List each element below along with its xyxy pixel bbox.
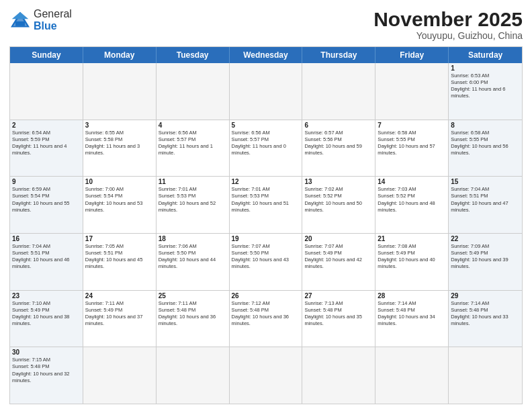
day-number: 29 xyxy=(451,292,520,300)
cell-info: Sunrise: 6:57 AMSunset: 5:56 PMDaylight:… xyxy=(304,130,373,157)
day-number: 19 xyxy=(232,235,300,242)
calendar-cell: 14Sunrise: 7:03 AMSunset: 5:52 PMDayligh… xyxy=(375,177,449,233)
calendar-cell: 21Sunrise: 7:08 AMSunset: 5:49 PMDayligh… xyxy=(375,234,449,290)
calendar-cell: 12Sunrise: 7:01 AMSunset: 5:53 PMDayligh… xyxy=(230,177,303,233)
cell-info: Sunrise: 6:54 AMSunset: 5:59 PMDaylight:… xyxy=(12,130,81,157)
cell-info: Sunrise: 7:15 AMSunset: 5:48 PMDaylight:… xyxy=(12,357,81,384)
calendar-cell: 16Sunrise: 7:04 AMSunset: 5:51 PMDayligh… xyxy=(10,234,83,290)
cell-info: Sunrise: 7:07 AMSunset: 5:49 PMDaylight:… xyxy=(304,243,373,271)
calendar: SundayMondayTuesdayWednesdayThursdayFrid… xyxy=(9,46,523,404)
day-number: 9 xyxy=(12,178,81,185)
calendar-cell: 28Sunrise: 7:14 AMSunset: 5:48 PMDayligh… xyxy=(375,291,449,347)
calendar-cell xyxy=(157,347,230,404)
logo: General Blue xyxy=(9,8,72,32)
cell-info: Sunrise: 7:13 AMSunset: 5:48 PMDaylight:… xyxy=(304,300,373,328)
day-number: 2 xyxy=(12,122,81,129)
calendar-row: 9Sunrise: 6:59 AMSunset: 5:54 PMDaylight… xyxy=(10,176,522,233)
cell-info: Sunrise: 7:07 AMSunset: 5:50 PMDaylight:… xyxy=(232,243,300,271)
cell-info: Sunrise: 7:12 AMSunset: 5:48 PMDaylight:… xyxy=(232,300,300,328)
day-number: 11 xyxy=(159,178,227,185)
day-number: 24 xyxy=(85,292,154,300)
calendar-row: 1Sunrise: 6:53 AMSunset: 6:00 PMDaylight… xyxy=(10,63,522,120)
calendar-cell: 5Sunrise: 6:56 AMSunset: 5:57 PMDaylight… xyxy=(230,120,303,177)
day-number: 30 xyxy=(12,349,81,356)
cell-info: Sunrise: 7:11 AMSunset: 5:49 PMDaylight:… xyxy=(85,300,154,328)
calendar-cell: 11Sunrise: 7:01 AMSunset: 5:53 PMDayligh… xyxy=(157,177,230,233)
day-number: 4 xyxy=(159,122,227,129)
calendar-header: SundayMondayTuesdayWednesdayThursdayFrid… xyxy=(10,47,522,63)
cell-info: Sunrise: 7:14 AMSunset: 5:48 PMDaylight:… xyxy=(378,300,446,328)
calendar-cell: 20Sunrise: 7:07 AMSunset: 5:49 PMDayligh… xyxy=(302,234,375,290)
cell-info: Sunrise: 6:56 AMSunset: 5:57 PMDaylight:… xyxy=(159,130,227,157)
calendar-body: 1Sunrise: 6:53 AMSunset: 6:00 PMDaylight… xyxy=(10,63,522,404)
day-number: 23 xyxy=(12,292,81,300)
svg-rect-2 xyxy=(15,21,25,26)
calendar-row: 30Sunrise: 7:15 AMSunset: 5:48 PMDayligh… xyxy=(10,347,522,404)
day-number: 14 xyxy=(378,178,446,185)
calendar-cell: 4Sunrise: 6:56 AMSunset: 5:57 PMDaylight… xyxy=(157,120,230,177)
day-number: 25 xyxy=(159,292,227,300)
day-number: 12 xyxy=(232,178,300,185)
day-number: 28 xyxy=(378,292,446,300)
month-title: November 2025 xyxy=(373,8,523,30)
calendar-cell: 29Sunrise: 7:14 AMSunset: 5:48 PMDayligh… xyxy=(449,291,522,347)
cal-header-day: Thursday xyxy=(302,47,375,63)
calendar-cell xyxy=(230,63,303,120)
calendar-cell: 24Sunrise: 7:11 AMSunset: 5:49 PMDayligh… xyxy=(83,291,157,347)
calendar-cell xyxy=(449,347,522,404)
day-number: 8 xyxy=(451,122,520,129)
cell-info: Sunrise: 7:03 AMSunset: 5:52 PMDaylight:… xyxy=(378,186,446,214)
calendar-cell: 23Sunrise: 7:10 AMSunset: 5:49 PMDayligh… xyxy=(10,291,83,347)
cell-info: Sunrise: 7:14 AMSunset: 5:48 PMDaylight:… xyxy=(451,300,520,328)
day-number: 16 xyxy=(12,235,81,242)
day-number: 6 xyxy=(304,122,373,129)
calendar-cell xyxy=(302,63,375,120)
cell-info: Sunrise: 7:04 AMSunset: 5:51 PMDaylight:… xyxy=(12,243,81,271)
cell-info: Sunrise: 7:02 AMSunset: 5:52 PMDaylight:… xyxy=(304,186,373,214)
calendar-cell xyxy=(375,63,449,120)
logo-icon xyxy=(9,11,31,30)
day-number: 10 xyxy=(85,178,154,185)
calendar-cell: 17Sunrise: 7:05 AMSunset: 5:51 PMDayligh… xyxy=(83,234,157,290)
day-number: 22 xyxy=(451,235,520,242)
day-number: 21 xyxy=(378,235,446,242)
calendar-cell: 13Sunrise: 7:02 AMSunset: 5:52 PMDayligh… xyxy=(302,177,375,233)
day-number: 5 xyxy=(232,122,300,129)
calendar-cell xyxy=(83,63,157,120)
calendar-row: 2Sunrise: 6:54 AMSunset: 5:59 PMDaylight… xyxy=(10,120,522,177)
calendar-cell: 9Sunrise: 6:59 AMSunset: 5:54 PMDaylight… xyxy=(10,177,83,233)
cal-header-day: Tuesday xyxy=(157,47,230,63)
calendar-cell: 19Sunrise: 7:07 AMSunset: 5:50 PMDayligh… xyxy=(230,234,303,290)
calendar-cell xyxy=(230,347,303,404)
cell-info: Sunrise: 6:53 AMSunset: 6:00 PMDaylight:… xyxy=(451,73,520,100)
cell-info: Sunrise: 7:04 AMSunset: 5:51 PMDaylight:… xyxy=(451,186,520,214)
calendar-cell: 30Sunrise: 7:15 AMSunset: 5:48 PMDayligh… xyxy=(10,347,83,404)
calendar-cell xyxy=(83,347,157,404)
calendar-cell xyxy=(302,347,375,404)
calendar-cell: 8Sunrise: 6:58 AMSunset: 5:55 PMDaylight… xyxy=(449,120,522,177)
cell-info: Sunrise: 7:01 AMSunset: 5:53 PMDaylight:… xyxy=(232,186,300,214)
day-number: 26 xyxy=(232,292,300,300)
day-number: 1 xyxy=(451,64,520,72)
calendar-cell xyxy=(157,63,230,120)
logo-general: General xyxy=(34,8,72,19)
calendar-row: 23Sunrise: 7:10 AMSunset: 5:49 PMDayligh… xyxy=(10,290,522,347)
day-number: 13 xyxy=(304,178,373,185)
calendar-cell: 15Sunrise: 7:04 AMSunset: 5:51 PMDayligh… xyxy=(449,177,522,233)
calendar-cell: 6Sunrise: 6:57 AMSunset: 5:56 PMDaylight… xyxy=(302,120,375,177)
day-number: 15 xyxy=(451,178,520,185)
cal-header-day: Saturday xyxy=(449,47,522,63)
calendar-cell: 18Sunrise: 7:06 AMSunset: 5:50 PMDayligh… xyxy=(157,234,230,290)
day-number: 27 xyxy=(304,292,373,300)
calendar-cell xyxy=(10,63,83,120)
cell-info: Sunrise: 7:10 AMSunset: 5:49 PMDaylight:… xyxy=(12,300,81,328)
calendar-cell: 10Sunrise: 7:00 AMSunset: 5:54 PMDayligh… xyxy=(83,177,157,233)
cell-info: Sunrise: 7:05 AMSunset: 5:51 PMDaylight:… xyxy=(85,243,154,271)
calendar-cell: 22Sunrise: 7:09 AMSunset: 5:49 PMDayligh… xyxy=(449,234,522,290)
calendar-cell: 2Sunrise: 6:54 AMSunset: 5:59 PMDaylight… xyxy=(10,120,83,177)
cal-header-day: Sunday xyxy=(10,47,83,63)
cell-info: Sunrise: 7:08 AMSunset: 5:49 PMDaylight:… xyxy=(378,243,446,271)
logo-text: General Blue xyxy=(34,8,72,32)
cell-info: Sunrise: 7:01 AMSunset: 5:53 PMDaylight:… xyxy=(159,186,227,214)
cal-header-day: Friday xyxy=(375,47,449,63)
